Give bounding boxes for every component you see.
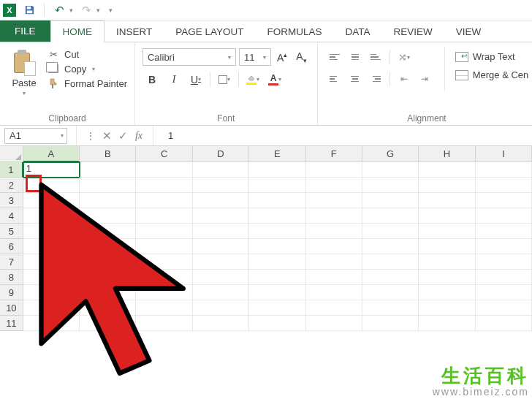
cell-I8[interactable] (476, 270, 532, 285)
cell-I1[interactable] (476, 162, 532, 178)
tab-formulas[interactable]: FORMULAS (256, 21, 334, 42)
font-name-combo[interactable]: Calibri▾ (142, 48, 236, 66)
cell-H1[interactable] (419, 162, 475, 178)
cell-I9[interactable] (476, 285, 532, 300)
cell-H7[interactable] (419, 254, 475, 270)
qat-customize-icon[interactable]: ▾ (109, 7, 113, 14)
cell-F4[interactable] (306, 208, 362, 224)
align-top-button[interactable] (325, 48, 344, 66)
align-left-button[interactable] (325, 70, 344, 88)
cell-E6[interactable] (249, 239, 305, 254)
merge-center-button[interactable]: Merge & Cen (455, 69, 529, 80)
align-bottom-button[interactable] (366, 48, 385, 66)
align-right-button[interactable] (366, 70, 385, 88)
enter-formula-icon[interactable]: ✓ (115, 129, 131, 142)
cell-E2[interactable] (249, 178, 305, 193)
font-size-combo[interactable]: 11▾ (239, 48, 271, 66)
underline-button[interactable]: U (186, 71, 205, 88)
col-header-H[interactable]: H (419, 146, 475, 162)
cell-G11[interactable] (362, 316, 419, 331)
cell-H3[interactable] (419, 193, 475, 208)
cell-G4[interactable] (362, 208, 419, 224)
fill-color-button[interactable] (243, 71, 262, 88)
paste-button[interactable]: Paste ▾ (7, 47, 41, 96)
col-header-A[interactable]: A (23, 146, 80, 162)
cancel-formula-icon[interactable]: ✕ (99, 129, 115, 142)
col-header-D[interactable]: D (193, 146, 249, 162)
cell-H10[interactable] (419, 300, 475, 316)
row-header-1[interactable]: 1 (0, 162, 23, 178)
cell-G3[interactable] (362, 193, 419, 208)
cell-I3[interactable] (476, 193, 532, 208)
cell-G6[interactable] (362, 239, 419, 254)
cut-button[interactable]: ✂ Cut (47, 48, 127, 60)
copy-button[interactable]: Copy ▾ (47, 63, 127, 75)
cell-I5[interactable] (476, 224, 532, 239)
col-header-E[interactable]: E (249, 146, 305, 162)
tab-home[interactable]: HOME (50, 20, 105, 42)
cell-G8[interactable] (362, 270, 419, 285)
cell-E11[interactable] (249, 316, 305, 331)
formula-bar-value[interactable]: 1 (159, 130, 173, 141)
cell-E4[interactable] (249, 208, 305, 224)
cell-G7[interactable] (362, 254, 419, 270)
cell-H9[interactable] (419, 285, 475, 300)
tab-data[interactable]: DATA (334, 21, 382, 42)
decrease-font-icon[interactable]: A (293, 48, 309, 66)
cell-E9[interactable] (249, 285, 305, 300)
cell-I11[interactable] (476, 316, 532, 331)
row-header-6[interactable]: 6 (0, 239, 23, 254)
tab-insert[interactable]: INSERT (104, 21, 164, 42)
increase-font-icon[interactable]: A (274, 49, 290, 66)
insert-function-button[interactable]: fx (131, 130, 147, 142)
name-box[interactable]: A1▾ (4, 128, 67, 144)
cell-G2[interactable] (362, 178, 419, 193)
align-center-button[interactable] (346, 70, 365, 88)
cell-H8[interactable] (419, 270, 475, 285)
cell-B1[interactable] (80, 162, 136, 178)
orientation-button[interactable]: ⤭ (395, 48, 414, 66)
row-header-5[interactable]: 5 (0, 224, 23, 239)
cell-E8[interactable] (249, 270, 305, 285)
italic-button[interactable]: I (164, 71, 183, 88)
cell-C1[interactable] (136, 162, 192, 178)
cell-F2[interactable] (306, 178, 362, 193)
cell-F3[interactable] (306, 193, 362, 208)
row-header-2[interactable]: 2 (0, 178, 23, 193)
col-header-F[interactable]: F (306, 146, 362, 162)
cell-E3[interactable] (249, 193, 305, 208)
cell-F11[interactable] (306, 316, 362, 331)
bold-button[interactable]: B (142, 71, 162, 88)
paste-dropdown-icon[interactable]: ▾ (23, 90, 26, 96)
col-header-C[interactable]: C (136, 146, 192, 162)
row-header-9[interactable]: 9 (0, 285, 23, 300)
wrap-text-button[interactable]: Wrap Text (455, 51, 529, 62)
decrease-indent-button[interactable]: ⇤ (395, 70, 414, 88)
cell-G5[interactable] (362, 224, 419, 239)
row-header-4[interactable]: 4 (0, 208, 23, 224)
cell-I4[interactable] (476, 208, 532, 224)
cell-E7[interactable] (249, 254, 305, 270)
tab-review[interactable]: REVIEW (382, 21, 444, 42)
cell-F6[interactable] (306, 239, 362, 254)
col-header-G[interactable]: G (362, 146, 419, 162)
cell-F9[interactable] (306, 285, 362, 300)
cell-G9[interactable] (362, 285, 419, 300)
cell-I2[interactable] (476, 178, 532, 193)
border-button[interactable] (215, 71, 234, 88)
cell-F10[interactable] (306, 300, 362, 316)
cell-F1[interactable] (306, 162, 362, 178)
row-header-8[interactable]: 8 (0, 270, 23, 285)
tab-view[interactable]: VIEW (444, 21, 493, 42)
select-all-button[interactable] (0, 146, 23, 162)
tab-page-layout[interactable]: PAGE LAYOUT (164, 21, 255, 42)
cell-G10[interactable] (362, 300, 419, 316)
cell-F8[interactable] (306, 270, 362, 285)
cell-E5[interactable] (249, 224, 305, 239)
font-color-button[interactable]: A (265, 71, 284, 88)
row-header-11[interactable]: 11 (0, 316, 23, 331)
col-header-I[interactable]: I (476, 146, 532, 162)
cell-D1[interactable] (193, 162, 249, 178)
row-header-3[interactable]: 3 (0, 193, 23, 208)
cell-F5[interactable] (306, 224, 362, 239)
